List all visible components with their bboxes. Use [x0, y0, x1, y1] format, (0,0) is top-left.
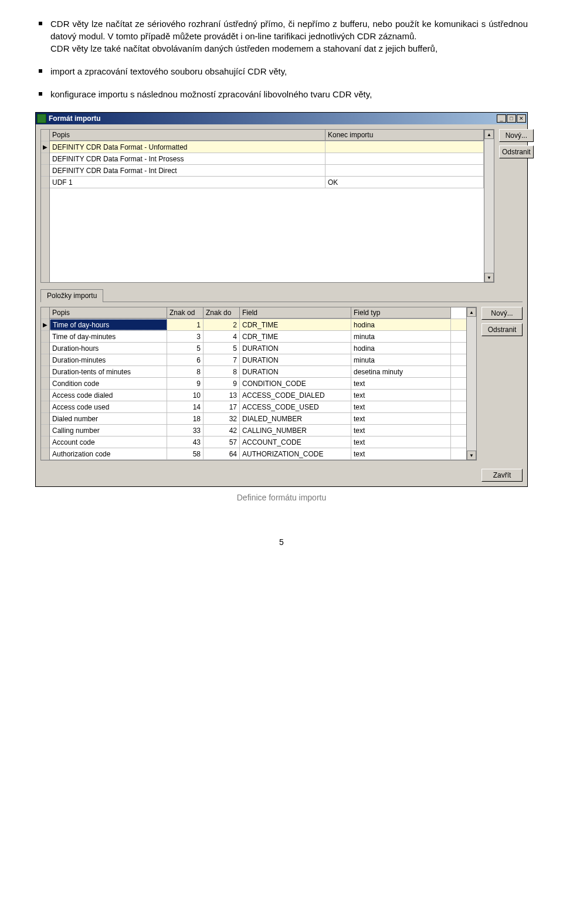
import-format-window: Formát importu _ □ ✕ ▶ Popis [35, 112, 528, 487]
cell-field-typ: text [351, 436, 451, 448]
table-row[interactable]: Access code dialed1013ACCESS_CODE_DIALED… [50, 390, 466, 401]
cell-konec [325, 141, 484, 153]
col-header-znak-do[interactable]: Znak do [204, 307, 240, 319]
cell-field: CALLING_NUMBER [240, 425, 351, 436]
cell-popis: DEFINITY CDR Data Format - Int Direct [50, 165, 325, 176]
remove-button[interactable]: Odstranit [499, 145, 534, 158]
text: CDR věty lze také načítat obvolávaním da… [50, 43, 437, 53]
cell-field: ACCOUNT_CODE [240, 436, 351, 448]
cell-znak-do: 42 [204, 425, 240, 436]
cell-popis: Authorization code [50, 448, 167, 459]
table-row[interactable]: Access code used1417ACCESS_CODE_USEDtext [50, 401, 466, 413]
doc-bullet-list: CDR věty lze načítat ze sériového rozhra… [35, 18, 528, 100]
cell-popis: Access code dialed [50, 390, 167, 401]
table-row[interactable]: Time of day-hours12CDR_TIMEhodina [50, 319, 466, 331]
close-button[interactable]: Zavřít [481, 469, 523, 482]
cell-znak-do: 64 [204, 448, 240, 459]
table-row[interactable]: Calling number3342CALLING_NUMBERtext [50, 425, 466, 436]
cell-popis: Time of day-minutes [50, 331, 167, 342]
table-row[interactable]: Account code4357ACCOUNT_CODEtext [50, 436, 466, 448]
cell-popis: Access code used [50, 401, 167, 412]
cell-znak-od: 3 [167, 331, 204, 342]
table-row[interactable]: Authorization code5864AUTHORIZATION_CODE… [50, 448, 466, 460]
cell-field: ACCESS_CODE_DIALED [240, 390, 351, 401]
row-pointer-icon: ▶ [41, 141, 49, 153]
cell-popis: Condition code [50, 378, 167, 389]
cell-field: CONDITION_CODE [240, 378, 351, 389]
cell-konec [325, 153, 484, 164]
cell-znak-do: 9 [204, 378, 240, 389]
app-icon [37, 114, 46, 123]
table-row[interactable]: Condition code99CONDITION_CODEtext [50, 378, 466, 390]
cell-znak-od: 8 [167, 366, 204, 377]
titlebar[interactable]: Formát importu _ □ ✕ [36, 113, 527, 124]
list-item: konfigurace importu s následnou možností… [35, 88, 528, 100]
cell-znak-od: 18 [167, 413, 204, 424]
table-row[interactable]: DEFINITY CDR Data Format - Int Direct [50, 165, 484, 177]
cell-popis: Duration-tents of minutes [50, 366, 167, 377]
minimize-icon[interactable]: _ [497, 114, 506, 123]
col-header-field[interactable]: Field [240, 307, 351, 319]
cell-znak-od: 10 [167, 390, 204, 401]
cell-znak-od: 6 [167, 354, 204, 365]
cell-znak-do: 8 [204, 366, 240, 377]
row-pointer-icon: ▶ [41, 319, 49, 331]
scroll-down-icon[interactable]: ▼ [484, 273, 494, 282]
table-row[interactable]: DEFINITY CDR Data Format - Int Prosess [50, 153, 484, 165]
col-header-popis[interactable]: Popis [50, 307, 167, 319]
close-icon[interactable]: ✕ [517, 114, 526, 123]
vertical-scrollbar[interactable]: ▲ ▼ [466, 307, 476, 460]
cell-popis: UDF 1 [50, 177, 325, 188]
table-row[interactable]: Duration-hours55DURATIONhodina [50, 343, 466, 354]
col-header-popis[interactable]: Popis [50, 130, 325, 141]
cell-znak-od: 14 [167, 401, 204, 412]
cell-konec [325, 165, 484, 176]
cell-field-typ: hodina [351, 319, 451, 330]
window-title: Formát importu [49, 114, 497, 123]
table-row[interactable]: DEFINITY CDR Data Format - Unformatted [50, 141, 484, 153]
formats-grid[interactable]: ▶ Popis Konec importu DEFINITY CDR Data … [40, 129, 494, 283]
cell-znak-od: 1 [167, 319, 204, 330]
cell-field: CDR_TIME [240, 331, 351, 342]
cell-znak-do: 7 [204, 354, 240, 365]
cell-field-typ: desetina minuty [351, 366, 451, 377]
fields-grid[interactable]: ▶ Popis Znak od Znak do Field Field typ … [40, 307, 477, 461]
cell-field-typ: minuta [351, 331, 451, 342]
cell-znak-do: 13 [204, 390, 240, 401]
cell-znak-od: 43 [167, 436, 204, 448]
maximize-icon[interactable]: □ [507, 114, 516, 123]
vertical-scrollbar[interactable]: ▲ ▼ [484, 130, 494, 282]
cell-znak-do: 4 [204, 331, 240, 342]
cell-znak-od: 58 [167, 448, 204, 459]
cell-popis: Account code [50, 436, 167, 448]
cell-popis: Duration-minutes [50, 354, 167, 365]
text: konfigurace importu s následnou možností… [50, 89, 372, 99]
table-row[interactable]: Duration-minutes67DURATIONminuta [50, 354, 466, 366]
figure-caption: Definice formátu importu [35, 493, 528, 502]
remove-button[interactable]: Odstranit [481, 323, 523, 336]
table-row[interactable]: Time of day-minutes34CDR_TIMEminuta [50, 331, 466, 343]
cell-field: DURATION [240, 354, 351, 365]
table-row[interactable]: Duration-tents of minutes88DURATIONdeset… [50, 366, 466, 378]
scroll-up-icon[interactable]: ▲ [484, 130, 494, 139]
col-header-konec[interactable]: Konec importu [325, 130, 484, 141]
cell-znak-od: 5 [167, 343, 204, 354]
tab-polozky-importu[interactable]: Položky importu [40, 289, 103, 302]
cell-field-typ: text [351, 425, 451, 436]
text: CDR věty lze načítat ze sériového rozhra… [50, 19, 528, 41]
cell-popis: Calling number [50, 425, 167, 436]
page-number: 5 [35, 537, 528, 547]
new-button[interactable]: Nový... [481, 307, 523, 320]
col-header-field-typ[interactable]: Field typ [351, 307, 451, 319]
cell-field-typ: hodina [351, 343, 451, 354]
table-row[interactable]: Dialed number1832DIALED_NUMBERtext [50, 413, 466, 425]
cell-field: CDR_TIME [240, 319, 351, 330]
new-button[interactable]: Nový... [499, 129, 534, 142]
table-row[interactable]: UDF 1OK [50, 177, 484, 188]
scroll-up-icon[interactable]: ▲ [467, 307, 476, 317]
scroll-down-icon[interactable]: ▼ [467, 451, 476, 460]
cell-field-typ: text [351, 390, 451, 401]
cell-field: DURATION [240, 343, 351, 354]
cell-znak-do: 5 [204, 343, 240, 354]
col-header-znak-od[interactable]: Znak od [167, 307, 204, 319]
